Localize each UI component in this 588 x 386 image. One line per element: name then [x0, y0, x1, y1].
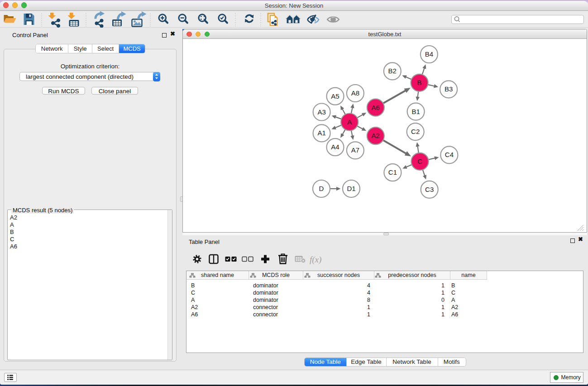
svg-text:A8: A8: [351, 89, 359, 97]
svg-text:A5: A5: [331, 92, 339, 100]
svg-text:C4: C4: [445, 151, 454, 158]
svg-text:C2: C2: [411, 128, 420, 135]
svg-text:B3: B3: [445, 85, 453, 93]
svg-text:C1: C1: [388, 168, 397, 176]
svg-text:A: A: [347, 118, 352, 126]
svg-text:A3: A3: [317, 108, 325, 116]
svg-text:B2: B2: [388, 67, 397, 75]
svg-text:A4: A4: [331, 143, 339, 151]
svg-text:A2: A2: [372, 132, 380, 139]
svg-text:D: D: [319, 185, 324, 192]
svg-text:A1: A1: [317, 129, 325, 137]
svg-text:C3: C3: [425, 186, 434, 193]
svg-text:C: C: [417, 157, 422, 165]
svg-text:A7: A7: [351, 146, 359, 154]
svg-text:D1: D1: [347, 185, 355, 192]
svg-text:B1: B1: [411, 108, 420, 115]
svg-text:B4: B4: [425, 50, 433, 58]
svg-text:B: B: [417, 79, 422, 86]
svg-text:A6: A6: [372, 104, 380, 111]
